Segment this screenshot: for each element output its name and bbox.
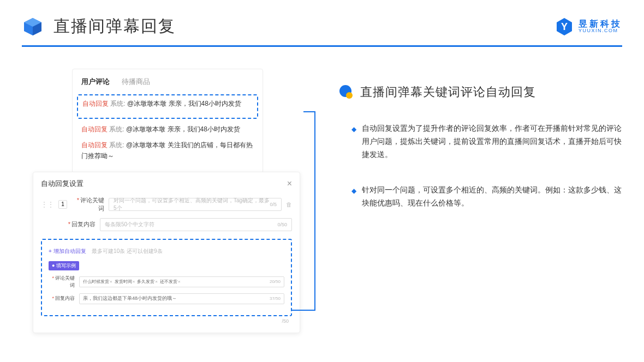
tab-user-comments[interactable]: 用户评论 — [81, 77, 110, 87]
example-keyword-input[interactable]: 什么时候发货× 发货时间× 多久发货× 还不发货× 20/50 — [79, 276, 284, 287]
tag-item: 多久发货× — [137, 279, 158, 285]
drag-handle-icon[interactable]: ⋮⋮ — [41, 201, 54, 208]
bullet-item: ◆ 针对同一个问题，可设置多个相近的、高频的关键词。例如：这款多少钱、这块能优惠… — [351, 184, 622, 210]
row-number: 1 — [58, 200, 67, 209]
tag-item: 还不发货× — [160, 279, 181, 285]
cube-icon — [22, 16, 44, 38]
comment-tabs: 用户评论 待播商品 — [81, 77, 254, 87]
content-row: *回复内容 每条限50个中文字符 0/50 — [41, 218, 292, 231]
highlighted-comment: 自动回复 系统: @冰墩墩本墩 亲亲，我们48小时内发货 — [77, 94, 258, 119]
screenshot-column: 用户评论 待播商品 自动回复 系统: @冰墩墩本墩 亲亲，我们48小时内发货 自… — [33, 69, 306, 333]
description-column: 直播间弹幕关键词评论自动回复 ◆ 自动回复设置为了提升作者的评论回复效率，作者可… — [338, 69, 622, 333]
chat-bubble-icon — [338, 85, 354, 100]
svg-point-5 — [346, 92, 353, 99]
comment-item: 自动回复 系统: @冰墩墩本墩 亲亲，我们48小时内发货 — [82, 99, 253, 109]
close-icon[interactable]: × — [287, 179, 292, 189]
tag-item: 什么时候发货× — [83, 279, 112, 285]
example-badge: ● 填写示例 — [49, 261, 79, 270]
section-title: 直播间弹幕关键词评论自动回复 — [338, 84, 622, 100]
keyword-label: *评论关键词 — [71, 196, 104, 213]
auto-reply-settings-panel: 自动回复设置 × ⋮⋮ 1 *评论关键词 对同一个问题，可设置多个相近、高频的关… — [33, 172, 300, 333]
add-hint: 最多可建10条 还可以创建9条 — [92, 248, 162, 254]
settings-title: 自动回复设置 — [41, 179, 84, 189]
outer-count: /50 — [41, 318, 292, 324]
example-content-input[interactable]: 亲，我们这边都是下单48小时内发货的哦～ 37/50 — [79, 293, 284, 304]
comment-item: 自动回复 系统: @冰墩墩本墩 亲亲，我们48小时内发货 — [81, 124, 254, 135]
example-content-row: *回复内容 亲，我们这边都是下单48小时内发货的哦～ 37/50 — [49, 293, 284, 304]
comment-panel: 用户评论 待播商品 自动回复 系统: @冰墩墩本墩 亲亲，我们48小时内发货 自… — [72, 69, 263, 177]
tab-pending-goods[interactable]: 待播商品 — [122, 77, 150, 87]
connector-line — [303, 111, 315, 112]
comment-item: 自动回复 系统: @冰墩墩本墩 关注我们的店铺，每日都有热门推荐呦～ — [81, 140, 254, 161]
tag-item: 发货时间× — [115, 279, 135, 285]
example-keyword-row: *评论关键词 什么时候发货× 发货时间× 多久发货× 还不发货× 20/50 — [49, 275, 284, 289]
page-header: 直播间弹幕回复 Y 昱新科技 YUUXIN.COM — [0, 0, 644, 38]
connector-line — [291, 310, 315, 311]
content-label: *回复内容 — [63, 220, 96, 228]
add-auto-reply-link[interactable]: + 增加自动回复 — [49, 248, 86, 255]
bullet-item: ◆ 自动回复设置为了提升作者的评论回复效率，作者可在开播前针对常见的评论用户问题… — [351, 122, 622, 161]
diamond-icon: ◆ — [351, 124, 356, 161]
diamond-icon: ◆ — [351, 185, 356, 210]
keyword-row: ⋮⋮ 1 *评论关键词 对同一个问题，可设置多个相近、高频的关键词，Tag确定，… — [41, 196, 292, 213]
delete-icon[interactable]: 🗑 — [286, 201, 292, 208]
logo-text-cn: 昱新科技 — [579, 20, 622, 28]
page-title: 直播间弹幕回复 — [53, 15, 176, 38]
example-section: + 增加自动回复 最多可建10条 还可以创建9条 ● 填写示例 *评论关键词 什… — [41, 239, 292, 316]
brand-logo: Y 昱新科技 YUUXIN.COM — [554, 17, 622, 37]
logo-text-en: YUUXIN.COM — [579, 28, 622, 33]
keyword-input[interactable]: 对同一个问题，可设置多个相近、高频的关键词，Tag确定，最多5个 0/5 — [109, 198, 282, 211]
logo-icon: Y — [554, 17, 574, 37]
svg-text:Y: Y — [561, 21, 568, 32]
connector-line — [314, 111, 315, 310]
content-input[interactable]: 每条限50个中文字符 0/50 — [100, 218, 292, 231]
